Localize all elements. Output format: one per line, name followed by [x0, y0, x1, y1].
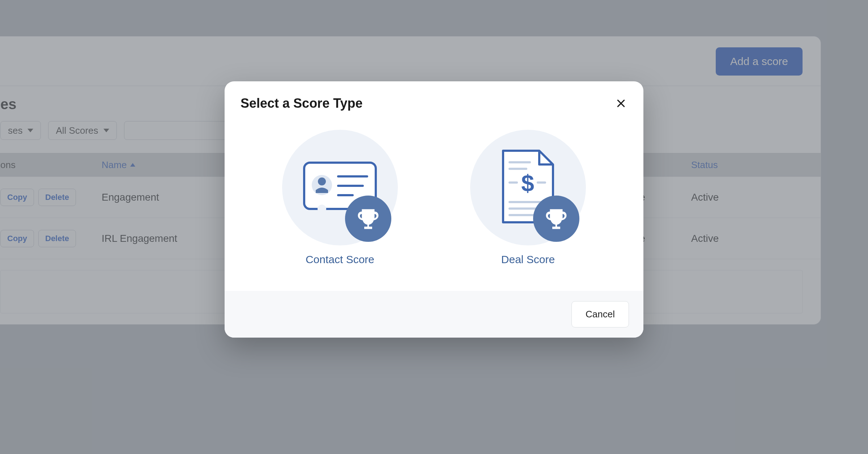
deal-score-label: Deal Score [501, 253, 555, 266]
modal-title: Select a Score Type [241, 96, 363, 111]
modal-footer: Cancel [225, 291, 643, 338]
svg-text:$: $ [521, 170, 534, 196]
close-button[interactable] [614, 97, 627, 110]
invoice-dollar-icon: $ [470, 130, 586, 245]
modal-body: Contact Score $ [225, 119, 643, 291]
trophy-icon [345, 196, 391, 242]
cancel-button[interactable]: Cancel [571, 301, 629, 327]
trophy-icon [533, 196, 579, 242]
svg-point-8 [318, 205, 326, 213]
close-icon [616, 99, 626, 108]
modal-header: Select a Score Type [225, 81, 643, 119]
contact-card-icon [282, 130, 398, 245]
contact-score-option[interactable]: Contact Score [282, 130, 398, 266]
select-score-type-modal: Select a Score Type [225, 81, 643, 338]
deal-score-option[interactable]: $ Deal Score [470, 130, 586, 266]
contact-score-label: Contact Score [306, 253, 374, 266]
svg-point-4 [318, 177, 326, 185]
